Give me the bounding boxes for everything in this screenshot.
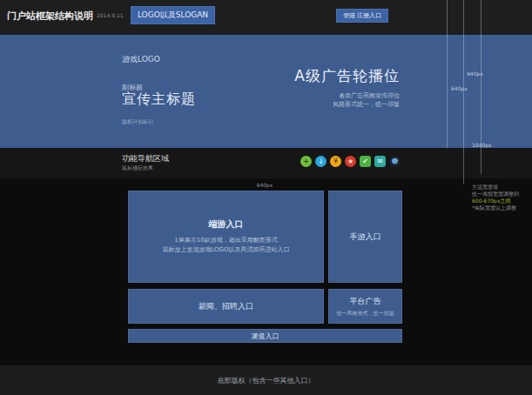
ad-carousel-desc-2: 风格形式统一，统一排版 [294, 100, 400, 109]
logo-slogan-button[interactable]: LOGO以及SLOGAN [131, 6, 215, 24]
guide-label-1040: 1040px [472, 142, 492, 148]
footer: 底部版权（包含一些其他入口） [0, 365, 532, 395]
game-logo-placeholder: 游戏LOGO [122, 54, 160, 65]
download-icon[interactable]: ↓ [315, 156, 327, 167]
coin-icon[interactable]: ¥ [330, 156, 341, 167]
hero-banner: 游戏LOGO 副标题 宣传主标题 版权计划标识 A级广告轮播位 各类广告画面宣传… [0, 35, 532, 148]
nav-icon-row: +↓¥★✔✉☻ [300, 156, 401, 167]
guide-line-1 [447, 0, 448, 148]
guide-line-2 [463, 0, 464, 184]
ad-carousel-area[interactable]: A级广告轮播位 各类广告画面宣传排位 风格形式统一，统一排版 [294, 66, 400, 109]
annotation-line-4: *实际宽度以上调整 [472, 204, 529, 211]
annotation-line-1: 主流宽度值 [472, 184, 529, 191]
platform-ad-box[interactable]: 平台广告 统一风格形式，统一排版 [328, 289, 402, 324]
content-width-label: 940px [247, 182, 282, 188]
banner-note: 版权计划标识 [122, 118, 153, 126]
mobile-game-title: 手游入口 [350, 231, 381, 243]
channel-entrance-bar[interactable]: 渠道入口 [128, 329, 402, 343]
nav-area-subtitle: 鼠标感应效果 [122, 164, 153, 172]
login-register-button[interactable]: 登陆 注册入口 [336, 9, 388, 23]
news-recruit-entrance[interactable]: 新闻、招聘入口 [128, 289, 324, 324]
header: 门户站框架结构说明2014.9.11 LOGO以及SLOGAN 登陆 注册入口 [0, 0, 532, 35]
shield-icon[interactable]: ✔ [360, 156, 371, 167]
guide-line-3 [481, 0, 481, 174]
platform-ad-title: 平台广告 [350, 296, 381, 307]
channel-entrance-label: 渠道入口 [252, 331, 279, 341]
chat-icon[interactable]: ✉ [374, 156, 386, 167]
page-date: 2014.9.11 [97, 12, 124, 18]
banner-main-title: 宣传主标题 [122, 90, 196, 109]
wireframe-page: 门户站框架结构说明2014.9.11 LOGO以及SLOGAN 登陆 注册入口 … [0, 0, 532, 395]
star-icon[interactable]: ★ [345, 156, 356, 167]
logo-slogan-label: LOGO以及SLOGAN [138, 10, 208, 21]
ad-carousel-desc-1: 各类广告画面宣传排位 [294, 91, 400, 100]
page-title-text: 门户站框架结构说明 [7, 10, 93, 22]
copyright-text: 底部版权（包含一些其他入口） [0, 376, 532, 385]
guide-label-940: 940px [467, 70, 483, 77]
client-game-desc-1: 1屏展示10款游戏，超出采用翻页形式 [174, 236, 277, 245]
side-annotation: 主流宽度值 统一海报宽度调整到 600-670px之间 *实际宽度以上调整 [472, 184, 529, 211]
client-game-title: 端游入口 [209, 218, 244, 231]
news-recruit-title: 新闻、招聘入口 [199, 301, 253, 312]
platform-ad-subtitle: 统一风格形式，统一排版 [337, 310, 394, 318]
annotation-line-3: 600-670px之间 [472, 198, 529, 204]
login-register-label: 登陆 注册入口 [343, 11, 381, 20]
page-title: 门户站框架结构说明2014.9.11 [7, 10, 124, 23]
mobile-game-entrance[interactable]: 手游入口 [328, 191, 402, 283]
client-game-entrance[interactable]: 端游入口 1屏展示10款游戏，超出采用翻页形式 鼠标放上呈现游戏LOGO以及高清… [128, 191, 324, 283]
nav-area-title: 功能导航区域 [122, 153, 169, 164]
guide-label-640: 640px [451, 85, 468, 91]
plus-icon[interactable]: + [300, 156, 312, 167]
client-game-desc-2: 鼠标放上呈现游戏LOGO以及高清原画进站入口 [162, 245, 289, 255]
ad-carousel-title: A级广告轮播位 [294, 66, 400, 86]
user-icon[interactable]: ☻ [389, 156, 401, 167]
function-nav-bar: 功能导航区域 鼠标感应效果 +↓¥★✔✉☻ [0, 148, 532, 178]
main-content: 940px 端游入口 1屏展示10款游戏，超出采用翻页形式 鼠标放上呈现游戏LO… [0, 178, 532, 365]
annotation-line-2: 统一海报宽度调整到 [472, 191, 529, 198]
